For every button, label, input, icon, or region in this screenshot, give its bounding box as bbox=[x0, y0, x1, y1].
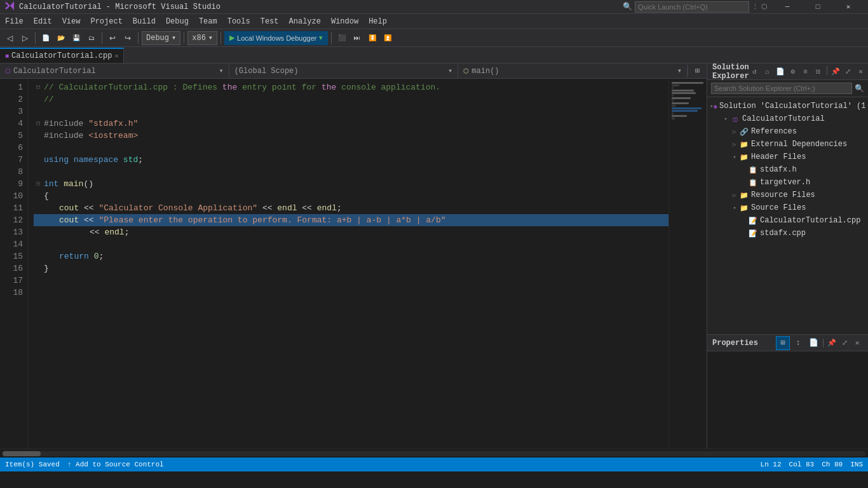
add-source-control[interactable]: ↑ Add to Source Control bbox=[67, 461, 164, 468]
prop-page-btn[interactable]: 📄 bbox=[806, 336, 820, 350]
tree-header-files[interactable]: ▾ 📁 Header Files bbox=[707, 151, 868, 163]
collapse-1[interactable]: ⊟ bbox=[36, 81, 44, 93]
save-all-btn[interactable]: 🗂 bbox=[85, 31, 98, 45]
new-project-btn[interactable]: 📄 bbox=[39, 31, 53, 45]
expand-extdeps-icon[interactable]: ▷ bbox=[730, 141, 739, 148]
menu-analyze[interactable]: Analyze bbox=[284, 14, 326, 29]
menu-team[interactable]: Team bbox=[194, 14, 222, 29]
menu-test[interactable]: Test bbox=[255, 14, 284, 29]
platform-dropdown[interactable]: x86 ▾ bbox=[187, 31, 217, 45]
se-collapse-btn[interactable]: ⊡ bbox=[813, 66, 824, 78]
code-line-5: #include <iostream> bbox=[34, 130, 668, 142]
separator-3 bbox=[138, 32, 139, 44]
menu-debug[interactable]: Debug bbox=[161, 14, 194, 29]
function-dropdown[interactable]: ⬡ main() ▾ bbox=[458, 64, 688, 79]
calculator-cpp-icon: 📝 bbox=[748, 215, 758, 226]
tab-filename: CalculatorTutorial.cpp bbox=[11, 51, 112, 60]
step2-btn[interactable]: ⏬ bbox=[365, 31, 379, 45]
global-scope-dropdown[interactable]: (Global Scope) ▾ bbox=[229, 64, 459, 79]
main-toolbar: ◁ ▷ 📄 📂 💾 🗂 ↩ ↪ Debug ▾ x86 ▾ ▶ ▶ Local … bbox=[0, 29, 868, 47]
save-btn[interactable]: 💾 bbox=[69, 31, 83, 45]
references-label: References bbox=[751, 127, 797, 136]
tree-resource-files[interactable]: ▷ 📁 Resource Files bbox=[707, 189, 868, 201]
undo-btn[interactable]: ↩ bbox=[105, 31, 119, 45]
quick-launch-input[interactable] bbox=[635, 1, 749, 13]
tree-targetver-h[interactable]: 📋 targetver.h bbox=[707, 176, 868, 189]
menu-file[interactable]: File bbox=[0, 14, 29, 29]
se-filter-btn[interactable]: ≡ bbox=[800, 66, 811, 78]
hscrollbar-track[interactable] bbox=[3, 451, 865, 456]
tree-stdafx-h[interactable]: 📋 stdafx.h bbox=[707, 163, 868, 176]
tree-source-files[interactable]: ▾ 📁 Source Files bbox=[707, 201, 868, 214]
tree-project[interactable]: ▾ ◫ CalculatorTutorial bbox=[707, 112, 868, 125]
line-num-16: 16 bbox=[0, 262, 28, 274]
tree-stdafx-cpp[interactable]: 📝 stdafx.cpp bbox=[707, 227, 868, 240]
prop-grid-btn[interactable]: ⊞ bbox=[776, 336, 790, 350]
menu-help[interactable]: Help bbox=[363, 14, 392, 29]
maximize-button[interactable]: □ bbox=[803, 0, 832, 14]
run-icon: ▶ bbox=[229, 34, 234, 42]
forward-btn[interactable]: ▷ bbox=[18, 31, 32, 45]
collapse-4[interactable]: ⊟ bbox=[36, 118, 44, 130]
expand-source-icon[interactable]: ▾ bbox=[730, 205, 739, 212]
solution-label: Solution 'CalculatorTutorial' (1 project… bbox=[719, 102, 868, 111]
back-btn[interactable]: ◁ bbox=[3, 31, 17, 45]
close-button[interactable]: ✕ bbox=[834, 0, 863, 14]
breakpoint-btn[interactable]: ⬛ bbox=[335, 31, 349, 45]
se-close-btn[interactable]: ✕ bbox=[855, 66, 867, 78]
minimap bbox=[668, 79, 707, 449]
prop-sort-btn[interactable]: ↕ bbox=[791, 336, 805, 350]
expand-project-icon[interactable]: ▾ bbox=[721, 116, 730, 123]
tree-external-deps[interactable]: ▷ 📁 External Dependencies bbox=[707, 138, 868, 151]
se-refresh-btn[interactable]: ↺ bbox=[749, 66, 761, 78]
tree-solution[interactable]: ▾ ◈ Solution 'CalculatorTutorial' (1 pro… bbox=[707, 100, 868, 112]
menu-edit[interactable]: Edit bbox=[29, 14, 57, 29]
function-label: main() bbox=[471, 67, 499, 76]
line-num-2: 2 bbox=[0, 93, 28, 105]
menu-tools[interactable]: Tools bbox=[222, 14, 255, 29]
code-line-3 bbox=[34, 105, 668, 118]
se-show-files-btn[interactable]: 📄 bbox=[775, 66, 786, 78]
tree-calculator-cpp[interactable]: 📝 CalculatorTutorial.cpp bbox=[707, 214, 868, 227]
ins-indicator: INS bbox=[850, 461, 863, 468]
hscrollbar-thumb[interactable] bbox=[3, 451, 41, 456]
line-num-3: 3 bbox=[0, 105, 28, 118]
open-btn[interactable]: 📂 bbox=[54, 31, 68, 45]
tree-references[interactable]: ▷ 🔗 References bbox=[707, 125, 868, 138]
step-btn[interactable]: ⏭ bbox=[350, 31, 364, 45]
solution-tree[interactable]: ▾ ◈ Solution 'CalculatorTutorial' (1 pro… bbox=[707, 97, 868, 334]
step3-btn[interactable]: ⏫ bbox=[381, 31, 395, 45]
debug-config-dropdown[interactable]: Debug ▾ bbox=[142, 31, 180, 45]
se-properties-btn[interactable]: ⚙ bbox=[787, 66, 799, 78]
props-pin-btn[interactable]: 📌 bbox=[826, 337, 837, 349]
code-editor[interactable]: 1 2 3 4 5 6 7 8 9 10 11 12 13 14 15 16 1… bbox=[0, 79, 707, 449]
statusbar-left: Item(s) Saved ↑ Add to Source Control bbox=[5, 461, 164, 468]
menu-project[interactable]: Project bbox=[85, 14, 127, 29]
menu-window[interactable]: Window bbox=[326, 14, 363, 29]
expand-references-icon[interactable]: ▷ bbox=[730, 128, 739, 135]
header-files-label: Header Files bbox=[751, 152, 806, 161]
se-float-btn[interactable]: ⤢ bbox=[843, 66, 854, 78]
se-search-input[interactable] bbox=[711, 83, 852, 94]
solution-icon: ◈ bbox=[713, 101, 717, 111]
menu-build[interactable]: Build bbox=[128, 14, 161, 29]
tab-close-btn[interactable]: ✕ bbox=[114, 52, 118, 60]
expand-btn[interactable]: ⊞ bbox=[688, 66, 707, 76]
line-num-8: 8 bbox=[0, 166, 28, 178]
expand-resource-icon[interactable]: ▷ bbox=[730, 192, 739, 199]
redo-btn[interactable]: ↪ bbox=[121, 31, 135, 45]
se-pin-btn[interactable]: 📌 bbox=[830, 66, 841, 78]
horizontal-scrollbar[interactable] bbox=[0, 449, 868, 458]
tab-calculatortutorial-cpp[interactable]: ■ CalculatorTutorial.cpp ✕ bbox=[0, 48, 124, 63]
minimize-button[interactable]: ─ bbox=[773, 0, 802, 14]
expand-header-icon[interactable]: ▾ bbox=[730, 154, 739, 161]
se-home-btn[interactable]: ⌂ bbox=[762, 66, 773, 78]
props-float-btn[interactable]: ⤢ bbox=[839, 337, 850, 349]
menu-view[interactable]: View bbox=[57, 14, 86, 29]
code-content[interactable]: ⊟ // CalculatorTutorial.cpp : Defines th… bbox=[29, 79, 668, 449]
props-close-btn[interactable]: ✕ bbox=[851, 337, 863, 349]
run-button[interactable]: ▶ ▶ Local Windows Debugger Local Windows… bbox=[224, 31, 328, 45]
scope-dropdown[interactable]: ⬡ CalculatorTutorial ▾ bbox=[0, 64, 229, 79]
menu-bar: File Edit View Project Build Debug Team … bbox=[0, 14, 868, 29]
collapse-9[interactable]: ⊟ bbox=[36, 178, 44, 190]
